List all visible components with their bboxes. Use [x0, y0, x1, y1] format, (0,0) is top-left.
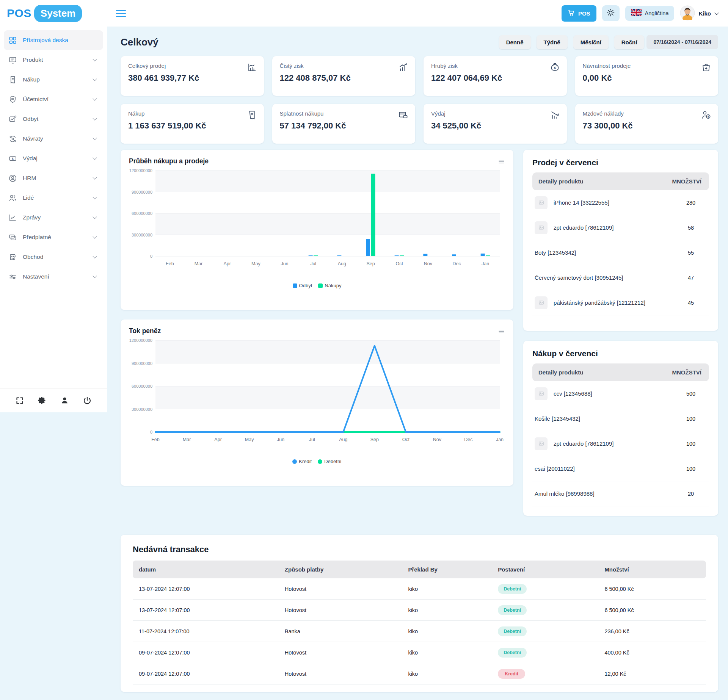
stat-value: 73 300,00 Kč: [583, 121, 711, 131]
charts-row: Průběh nákupu a prodeje 1200000000900000…: [121, 150, 718, 516]
reports-icon: [8, 213, 17, 222]
product-quantity: 100: [675, 416, 707, 422]
period-button-daily[interactable]: Denně: [499, 35, 531, 49]
stat-value: 57 134 792,00 Kč: [280, 121, 408, 131]
tx-date: 11-07-2024 12:07:00: [139, 628, 285, 634]
sidebar-item-sales[interactable]: Odbyt: [4, 109, 103, 129]
user-menu[interactable]: Kiko: [680, 5, 718, 22]
stat-value: 0,00 Kč: [583, 73, 711, 83]
stat-card: Výdaj34 525,00 Kč: [424, 104, 567, 144]
status-badge: Debetní: [498, 648, 527, 658]
theme-toggle-button[interactable]: [602, 5, 620, 21]
stat-value: 122 408 875,07 Kč: [280, 73, 408, 83]
svg-text:Nov: Nov: [424, 261, 433, 266]
tx-by: kiko: [408, 650, 498, 656]
chevron-down-icon: [93, 155, 97, 160]
tx-amount: 6 500,00 Kč: [604, 607, 700, 613]
product-image-placeholder: [535, 196, 548, 209]
person-icon[interactable]: [60, 396, 69, 405]
stat-sales-icon: [247, 62, 257, 74]
sidebar-item-hrm[interactable]: HRM: [4, 168, 103, 188]
sidebar-item-returns[interactable]: Návraty: [4, 129, 103, 149]
fullscreen-icon[interactable]: [15, 396, 24, 405]
sidebar-item-accounting[interactable]: Účetnictví: [4, 89, 103, 109]
sidebar-nav: Přístrojová deskaProduktNákupÚčetnictvíO…: [0, 27, 107, 287]
date-range-picker[interactable]: 07/16/2024 - 07/16/2024: [646, 35, 718, 49]
sidebar-item-reports[interactable]: Zprávy: [4, 208, 103, 227]
hrm-icon: [8, 174, 17, 183]
stat-label: Návratnost prodeje: [583, 63, 711, 69]
svg-text:Mar: Mar: [183, 437, 191, 442]
svg-text:0: 0: [150, 430, 152, 434]
stat-card: Nákup1 163 637 519,00 Kč: [121, 104, 264, 144]
tx-date: 13-07-2024 12:07:00: [139, 586, 285, 592]
stat-card: Celkový prodej380 461 939,77 Kč: [121, 56, 264, 96]
topbar: POS Angličtina Kiko: [107, 0, 728, 27]
language-selector[interactable]: Angličtina: [625, 6, 675, 21]
purchase-in-july-panel: Nákup v červenci Detaily produktu MNOŽST…: [523, 341, 718, 516]
stat-label: Čistý zisk: [280, 63, 408, 69]
sidebar-item-settings[interactable]: Nastavení: [4, 267, 103, 287]
chart-legend: OdbytNákupy: [129, 283, 505, 288]
period-button-weekly[interactable]: Týdně: [537, 35, 568, 49]
chevron-down-icon: [93, 215, 97, 219]
product-row: Boty [12345342]55: [532, 240, 709, 265]
tx-date: 13-07-2024 12:07:00: [139, 607, 285, 613]
shop-icon: [8, 253, 17, 262]
sidebar-item-purchase[interactable]: Nákup: [4, 70, 103, 89]
accounting-icon: [8, 95, 17, 104]
product-image-placeholder: [535, 437, 548, 450]
period-button-monthly[interactable]: Měsíční: [573, 35, 609, 49]
tx-amount: 12,00 Kč: [604, 671, 700, 677]
stat-value: 122 407 064,69 Kč: [431, 73, 559, 83]
stat-card: Hrubý zisk122 407 064,69 Kč$: [424, 56, 567, 96]
chart-title: Průběh nákupu a prodeje: [129, 157, 505, 165]
sidebar-item-label: Odbyt: [23, 116, 38, 122]
column-product-details: Detaily produktu: [538, 369, 583, 376]
sidebar-item-subscription[interactable]: Předplatné: [4, 227, 103, 247]
product-row: esai [20011022]100: [532, 456, 709, 481]
column-quantity: MNOŽSTVÍ: [672, 178, 703, 185]
sidebar-item-people[interactable]: Lidé: [4, 188, 103, 208]
transaction-row: 09-07-2024 12:07:00HotovostkikoKredit12,…: [133, 663, 706, 684]
chart-menu-icon[interactable]: [498, 328, 505, 337]
sidebar-item-expense[interactable]: $Výdaj: [4, 149, 103, 168]
panel-title: Nákup v červenci: [532, 349, 709, 358]
svg-text:Feb: Feb: [151, 437, 160, 442]
svg-text:$: $: [554, 66, 556, 70]
stats-grid: Celkový prodej380 461 939,77 KčČistý zis…: [121, 56, 718, 144]
sun-icon: [606, 8, 615, 19]
content: Celkový DenněTýdněMěsíčníRoční 07/16/202…: [107, 27, 728, 692]
product-name: pákistánský pandžábský [12121212]: [554, 299, 645, 306]
status-badge: Debetní: [498, 605, 527, 615]
page-header: Celkový DenněTýdněMěsíčníRoční 07/16/202…: [121, 31, 718, 53]
product-name: Košile [12345432]: [535, 415, 580, 422]
product-name: Amul mléko [98998988]: [535, 490, 595, 497]
svg-text:Apr: Apr: [214, 437, 221, 442]
sidebar-item-shop[interactable]: Obchod: [4, 247, 103, 267]
transaction-row: 13-07-2024 12:07:00HotovostkikoDebetní6 …: [133, 600, 706, 621]
bar-chart: 12000000009000000006000000003000000000Fe…: [129, 165, 504, 280]
menu-toggle-icon[interactable]: [116, 10, 126, 17]
uk-flag-icon: [631, 9, 642, 17]
topbar-right: POS Angličtina Kiko: [562, 5, 718, 22]
gear-icon[interactable]: [38, 396, 47, 405]
svg-text:May: May: [245, 437, 254, 442]
main-column: POS Angličtina Kiko Celkový Denn: [107, 0, 728, 692]
sales-in-july-panel: Prodej v červenci Detaily produktu MNOŽS…: [523, 150, 718, 331]
pos-button[interactable]: POS: [562, 5, 596, 22]
sidebar-item-product[interactable]: Produkt: [4, 50, 103, 70]
svg-text:Feb: Feb: [166, 261, 174, 266]
tx-method: Hotovost: [285, 650, 408, 656]
svg-text:$: $: [708, 115, 709, 118]
tx-method: Hotovost: [285, 586, 408, 592]
legend-item: Odbyt: [293, 283, 312, 288]
panel-rows: iPhone 14 [33222555]280zpt eduardo [7861…: [532, 190, 709, 315]
sidebar-item-label: Obchod: [23, 254, 43, 260]
svg-text:1200000000: 1200000000: [129, 168, 152, 173]
sidebar-item-dashboard[interactable]: Přístrojová deska: [4, 30, 103, 50]
stat-value: 34 525,00 Kč: [431, 121, 559, 131]
power-icon[interactable]: [83, 396, 92, 405]
chart-menu-icon[interactable]: [498, 158, 505, 167]
period-button-yearly[interactable]: Roční: [614, 35, 645, 49]
